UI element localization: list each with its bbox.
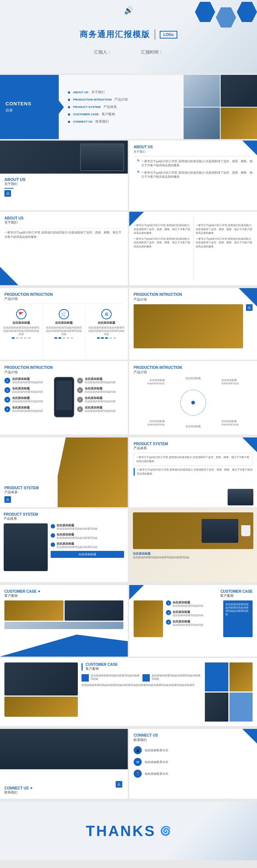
cu-right-cn: 联系我们	[134, 738, 253, 742]
thanks-text: THANKS	[86, 823, 156, 839]
connect-right: CONNECT US 联系我们 📱 在此添加联系方式 ✉ 在此添加联系方式 📍 …	[129, 729, 257, 799]
about-detail-en: ABOUT US	[4, 216, 123, 220]
production-row-1: PRODUCTION INTRUCTION 产品介绍 🚩 在此添加标题 在此添加…	[0, 288, 257, 360]
slide-title: 🔊 商务通用汇报模版 LOGo 汇报人： 汇报时间：	[0, 0, 257, 73]
cc-right-cn: 客户案例	[220, 593, 253, 598]
about-detail-cn: 关于我们	[4, 220, 123, 225]
prod-image-en: PRODUCTION INTRUCTION	[134, 293, 253, 297]
about-text-en: ABOUT US	[134, 145, 253, 149]
toc-item-3: PRODUCT SYSTEM 产品体系	[68, 105, 174, 109]
prod-item-desc-3: 在此添加内容填写此处内容填写此处内容填写此处内容填写此处内容	[88, 326, 125, 336]
contact-item-2: ✉ 在此添加联系方式	[134, 758, 253, 766]
prod-item-title-3: 在此添加标题	[88, 321, 125, 325]
logo-box: LOGo	[160, 31, 177, 39]
toc-arrow	[59, 101, 64, 114]
contact-item-3: 📍 在此添加联系方式	[134, 770, 253, 778]
production-cn: 产品介绍	[4, 297, 123, 301]
customer-case-row-1: CUSTOMER CASE ✦ 客户案例 CUSTOMER CASE 客户案例	[0, 585, 257, 657]
toc-item-5: CONNECT US 联系我们	[68, 119, 174, 124]
product-system-row-2: PRODUCT SYSTEM 产品体系 在此添加标题 在此添加内容填写此处内容填…	[0, 509, 257, 582]
phone-mockup	[54, 377, 74, 417]
prod-num-item-1: 1 在此添加标题 在此添加内容填写此处内容	[4, 377, 51, 384]
prod-item-desc-1: 在此添加内容填写此处内容填写此处内容填写此处内容填写此处内容	[3, 326, 39, 336]
about-detail-left: ABOUT US 关于我们 一家专注于ppt设计的工作室,是然他们的成员较少,但…	[0, 212, 128, 285]
about-row-1: ABOUT US 关于我们 品 ABOUT US 关于我们 〝 一家专注于ppt…	[0, 141, 257, 210]
ps-list-cn: 产品体系	[4, 516, 124, 521]
laptop-image	[80, 144, 124, 171]
hex-decoration	[195, 0, 257, 28]
ps-sub-text: 一家专注于ppt设计的工作室,是然他们的成员较少,但是他取得了这些，曾获、顾客、…	[137, 468, 253, 476]
ps-list-item-3: 在此添加标题 在此添加内容填写此处内容填写此处	[51, 542, 124, 549]
production-header: PRODUCTION INTRUCTION 产品介绍 🚩 在此添加标题 在此添加…	[0, 288, 128, 360]
product-system-row-1: PRODUCT SYSTEM 产品体系 品 PRODUCT SYSTEM 产品体…	[0, 437, 257, 507]
cc-dark-sq	[205, 693, 228, 722]
circle-item-bl: 在此添加标题添加内容填写此处	[135, 420, 165, 426]
prod-num-item-3: 3 在此添加标题 在此添加内容填写此处内容	[4, 396, 51, 403]
about-quote-2: 〝 一家专注于ppt设计的工作室,是然他们的成员较少,但是他取得了这些，曾获、顾…	[134, 171, 253, 179]
product-system-left: PRODUCT SYSTEM 产品体系 品	[0, 437, 128, 507]
cc-blue-sq-2	[229, 693, 253, 722]
speaker-icon: 🔊	[124, 6, 133, 15]
reporter-area: 汇报人： 汇报时间：	[94, 49, 163, 55]
production-image-slide: PRODUCTION INTRUCTION 产品介绍 品	[129, 288, 257, 360]
cu-en: CONNECT US ✦	[4, 786, 123, 790]
cu-right-en: CONNECT US	[134, 733, 253, 737]
ps-right-en: PRODUCT SYSTEM	[134, 442, 253, 446]
circle-item-t: 在此添加标题	[185, 377, 201, 380]
about-header-slide: ABOUT US 关于我们 品	[0, 141, 128, 210]
cc-img-3	[4, 622, 123, 629]
slide-toc: CONTENS 目录 ABOUT US 关于我们 PRODUCTION INTR…	[0, 75, 257, 139]
cc-full-en: CUSTOMER CASE	[86, 662, 118, 667]
ps-main-text: 一家专注于ppt设计的工作室,是然他们的成员较少,但是他取得了这些，曾获、顾客、…	[136, 455, 250, 463]
toc-cn: 目录	[6, 108, 53, 113]
ps-list-item-2: 在此添加标题 在此添加内容填写此处内容填写此处	[51, 533, 124, 540]
circle-item-br: 在此添加标题添加内容填写此处	[221, 420, 251, 426]
prod-circle-en: PRODUCTION INTRUCTION	[134, 366, 253, 370]
ps-list-en: PRODUCT SYSTEM	[4, 512, 124, 516]
cc-wood-sq	[229, 662, 253, 691]
toc-item-2: PRODUCTION INTRUCTION 产品介绍	[68, 97, 174, 102]
production-en: PRODUCTION INTRUCTION	[4, 293, 123, 297]
toc-item-4: CUSTOMER CASE 客户案例	[68, 112, 174, 117]
ps-laptop	[228, 489, 253, 505]
cc-img-2	[65, 600, 124, 621]
about-desc-2: 一家专注于ppt设计的工作室,是然他们的成员较少,但是他取得了这些，曾获、顾客、…	[141, 171, 253, 179]
prod-col-3: 🖥 在此添加标题 在此添加内容填写此处内容填写此处内容填写此处内容填写此处内容	[86, 306, 128, 360]
cc-left: CUSTOMER CASE ✦ 客户案例	[0, 585, 128, 657]
cc-blue-sq-1	[205, 662, 228, 691]
center-circle	[180, 390, 206, 415]
circle-item-tl: 在此添加标题添加内容填写此处	[135, 379, 165, 385]
about-quote-1: 〝 一家专注于ppt设计的工作室,是然他们的成员较少,但是他取得了这些，曾获、顾…	[134, 159, 253, 168]
reporter-label: 汇报人：	[94, 49, 112, 55]
cu-cn: 联系我们	[4, 790, 123, 795]
ps-laptop-2	[4, 523, 48, 571]
prod-col-2: 🛒 在此添加标题 在此添加内容填写此处内容填写此处内容填写此处内容填写此处内容	[43, 306, 85, 360]
ps-icon: 品	[4, 496, 11, 503]
cc-product-img	[134, 600, 163, 637]
prod-circle-cn: 产品介绍	[134, 370, 253, 375]
cc-img-1	[4, 600, 64, 621]
cc-full-text: 在此添加内容填写此处内容填写此处内容填写此处内容填写此处内容填写此处内容填写此处…	[82, 683, 201, 687]
toc-menu: ABOUT US 关于我们 PRODUCTION INTRUCTION 产品介绍…	[59, 75, 184, 139]
thanks-slide: THANKS 🌀	[0, 802, 257, 860]
cc-cn: 客户案例	[4, 593, 123, 598]
prod-list-cn: 产品介绍	[4, 370, 123, 375]
thanks-icon: 🌀	[160, 826, 171, 836]
contact-item-1: 📱 在此添加联系方式	[134, 746, 253, 754]
circle-item-tr: 在此添加标题添加内容填写此处	[221, 379, 251, 385]
cc-item-1: 1 在此添加标题 在此添加内容填写此处内容	[166, 600, 220, 608]
prod-num-item-5: 5 在此添加标题 在此添加内容填写此处内容	[77, 377, 124, 384]
about-sub-text-2: 一家专注于ppt设计的工作室,是然他们的成员较少,但是他取得了这些，曾获、顾客、…	[134, 237, 191, 249]
time-label: 汇报时间：	[141, 49, 163, 55]
toc-label: CONTENS	[6, 101, 53, 106]
about-main-text: 一家专注于ppt设计的工作室,是然他们的成员较少,但是他取得了这些，曾获、顾客、…	[4, 230, 123, 239]
about-sub-text-3: 一家专注于ppt设计的工作室,是然他们的成员较少,但是他取得了这些，曾获、顾客、…	[196, 224, 253, 235]
circle-item-b: 在此添加标题	[185, 425, 201, 428]
about-section-wrapper: ABOUT US 关于我们 品 ABOUT US 关于我们 〝 一家专注于ppt…	[0, 141, 257, 210]
ps-blue-btn[interactable]: 在此添加标题	[51, 551, 124, 558]
toc-right-image	[184, 75, 257, 139]
title-area: 商务通用汇报模版 LOGo	[80, 29, 177, 40]
customer-case-full: CUSTOMER CASE 客户案例 在此添加内容填写此处内容填写此处内容填写此…	[0, 658, 257, 726]
main-title: 商务通用汇报模版	[80, 29, 150, 40]
cc-full-img-1	[4, 662, 78, 696]
